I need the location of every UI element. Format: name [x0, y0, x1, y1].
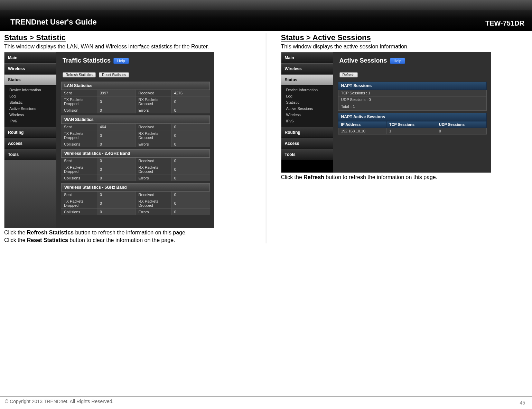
instr2-pre: Click the [4, 237, 27, 243]
sidebar-item-wireless-r[interactable]: Wireless [281, 63, 333, 74]
row-udp: 0 [436, 128, 486, 134]
w24-sent-val: 0 [97, 158, 136, 164]
udp-sessions-row: UDP Sessions : 0 [338, 96, 487, 103]
instr1-bold: Refresh Statistics [27, 230, 74, 235]
copyright: © Copyright 2013 TRENDnet. All Rights Re… [0, 399, 532, 404]
model-name: TEW-751DR [485, 19, 524, 27]
lan-recv-val: 4276 [171, 90, 210, 96]
sidebar-item-access[interactable]: Access [4, 138, 56, 149]
w5-sent-val: 0 [97, 192, 136, 198]
sidebar-item-tools[interactable]: Tools [4, 149, 56, 160]
wan-sent-val: 464 [97, 124, 136, 130]
right-instr: Click the Refresh button to refresh the … [281, 174, 528, 180]
napt-active-header: NAPT Active Sessions [338, 113, 487, 121]
left-section-desc: This window displays the LAN, WAN and Wi… [4, 44, 251, 50]
left-sidebar: Main Wireless Status Device Information … [4, 52, 56, 228]
right-section-title: Status > Active Sessions [281, 33, 528, 42]
sidebar-item-status-r[interactable]: Status [281, 74, 333, 85]
help-button[interactable]: Help [113, 58, 129, 64]
w24-recv-val: 0 [171, 158, 210, 164]
sub-log-r[interactable]: Log [286, 93, 333, 99]
sidebar-item-routing-r[interactable]: Routing [281, 127, 333, 138]
w5-txdrop-val: 0 [97, 198, 136, 209]
sub-active-sessions-r[interactable]: Active Sessions [286, 105, 333, 112]
w24-txdrop-label: TX Packets Dropped [61, 164, 97, 175]
lan-sent-label: Sent [61, 90, 97, 96]
lan-err-label: Errors [136, 107, 171, 114]
lan-err-val: 0 [171, 107, 210, 114]
w24-txdrop-val: 0 [97, 164, 136, 175]
w24-rxdrop-val: 0 [171, 164, 210, 175]
left-section-title: Status > Statistic [4, 33, 251, 42]
sub-wireless[interactable]: Wireless [9, 112, 56, 118]
r-instr-post: button to refresh the information on thi… [324, 174, 437, 180]
w24-stats-table: Sent0Received0 TX Packets Dropped0RX Pac… [61, 158, 210, 181]
column-divider [265, 33, 267, 243]
right-sidebar: Main Wireless Status Device Information … [281, 52, 333, 173]
lan-stats-header: LAN Statistics [61, 82, 210, 90]
instr2-post: button to clear the information on the p… [68, 237, 175, 243]
th-tcp: TCP Sessions [386, 121, 436, 128]
wan-coll-val: 0 [97, 141, 136, 148]
lan-txdrop-val: 0 [97, 96, 136, 107]
help-button-r[interactable]: Help [390, 58, 405, 64]
w24-sent-label: Sent [61, 158, 97, 164]
sub-ipv6-r[interactable]: IPv6 [286, 118, 333, 124]
reset-statistics-button[interactable]: Reset Statistics [99, 72, 129, 77]
w24-coll-val: 0 [97, 175, 136, 182]
w5-recv-val: 0 [171, 192, 210, 198]
traffic-stats-title: Traffic Statistics [63, 57, 111, 64]
sidebar-item-access-r[interactable]: Access [281, 138, 333, 149]
sidebar-sub-wrap: Device Information Log Statistic Active … [4, 85, 56, 127]
w5-err-label: Errors [136, 209, 171, 215]
refresh-button[interactable]: Refresh [339, 72, 358, 77]
sessions-main-panel: Active Sessions Help Refresh NAPT Sessio… [333, 52, 491, 173]
sidebar-item-tools-r[interactable]: Tools [281, 149, 333, 160]
wan-stats-header: WAN Statistics [61, 115, 210, 124]
sub-device-info[interactable]: Device Information [9, 87, 56, 93]
right-section-desc: This window displays the active session … [281, 44, 528, 50]
instr1-post: button to refresh the information on thi… [74, 230, 187, 235]
guide-title: TRENDnet User's Guide [10, 18, 97, 27]
sub-active-sessions[interactable]: Active Sessions [9, 105, 56, 112]
sidebar-item-main[interactable]: Main [4, 52, 56, 63]
refresh-statistics-button[interactable]: Refresh Statistics [63, 72, 96, 77]
lan-txdrop-label: TX Packets Dropped [61, 96, 97, 107]
sidebar-item-routing[interactable]: Routing [4, 127, 56, 138]
sub-statistic-r[interactable]: Statistic [286, 99, 333, 105]
table-row: 192.168.10.10 1 0 [338, 128, 486, 134]
sidebar-item-status[interactable]: Status [4, 74, 56, 85]
r-instr-bold: Refresh [304, 174, 324, 180]
sub-wireless-r[interactable]: Wireless [286, 112, 333, 118]
instr1-pre: Click the [4, 230, 27, 235]
wan-coll-label: Collisions [61, 141, 97, 148]
lan-sent-val: 3997 [97, 90, 136, 96]
tcp-sessions-row: TCP Sessions : 1 [338, 90, 487, 96]
w24-err-label: Errors [136, 175, 171, 182]
sub-statistic[interactable]: Statistic [9, 99, 56, 105]
sidebar-sub-wrap-r: Device Information Log Statistic Active … [281, 85, 333, 127]
w24-recv-label: Received [136, 158, 171, 164]
left-instr-1: Click the Refresh Statistics button to r… [4, 230, 251, 236]
wan-txdrop-label: TX Packets Dropped [61, 130, 97, 141]
w5-recv-label: Received [136, 192, 171, 198]
sub-ipv6[interactable]: IPv6 [9, 118, 56, 124]
lan-rxdrop-val: 0 [171, 96, 210, 107]
w5-sent-label: Sent [61, 192, 97, 198]
sidebar-item-main-r[interactable]: Main [281, 52, 333, 63]
w5-coll-label: Collisions [61, 209, 97, 215]
sub-log[interactable]: Log [9, 93, 56, 99]
total-sessions-row: Total：1 [338, 103, 487, 111]
lan-stats-table: Sent3997Received4276 TX Packets Dropped0… [61, 90, 210, 113]
wan-recv-val: 0 [171, 124, 210, 130]
sub-device-info-r[interactable]: Device Information [286, 87, 333, 93]
stats-main-panel: Traffic Statistics Help Refresh Statisti… [56, 52, 214, 228]
sidebar-item-wireless[interactable]: Wireless [4, 63, 56, 74]
right-column: Status > Active Sessions This window dis… [277, 33, 532, 243]
left-instr-2: Click the Reset Statistics button to cle… [4, 237, 251, 243]
left-column: Status > Statistic This window displays … [0, 33, 255, 243]
wan-err-label: Errors [136, 141, 171, 148]
wan-rxdrop-label: RX Packets Dropped [136, 130, 171, 141]
napt-sessions-header: NAPT Sessions [338, 82, 487, 90]
statistics-screenshot: Main Wireless Status Device Information … [4, 52, 214, 228]
